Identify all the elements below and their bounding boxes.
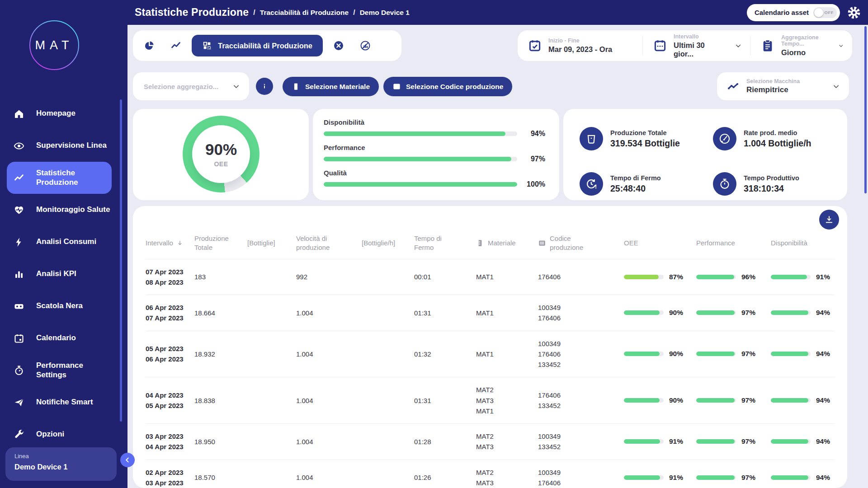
cell-oee-value: 90% [669, 309, 683, 317]
machine-select[interactable]: Selezione Macchina Riempitrice [717, 72, 849, 100]
heart-pulse-icon [14, 205, 24, 216]
cell-production-code: 176406 [538, 272, 624, 282]
bar-chart-icon [14, 269, 24, 280]
table-row[interactable]: 03 Apr 202304 Apr 202318.9501.00401:28MA… [146, 424, 835, 460]
rate-icon [719, 133, 731, 145]
sidebar-item-supervisione-linea[interactable]: Supervisione Linea [0, 130, 127, 162]
cell-availability-value: 91% [816, 273, 830, 281]
cell-oee-value: 91% [669, 474, 683, 482]
date-controls-card: Inizio - Fine Mar 09, 2023 - Ora Interva… [518, 30, 852, 61]
interval-date: 07 Apr 2023 [146, 267, 194, 277]
cell-availability: 94% [771, 309, 835, 317]
column-label: [Bottiglie/h] [362, 239, 395, 248]
kpi-bar-row: 100% [324, 180, 548, 188]
sidebar: MAT HomepageSupervisione LineaStatistich… [0, 0, 127, 488]
sidebar-item-notifiche-smart[interactable]: Notifiche Smart [0, 386, 127, 418]
time-aggregation-control[interactable]: Aggregazione Tempo... Giorno [750, 36, 852, 56]
toggle-knob [814, 8, 823, 17]
aggregation-select[interactable]: Selezione aggregazio... [133, 72, 249, 100]
page-scrollbar[interactable] [864, 26, 867, 193]
column-oee[interactable]: OEE [624, 239, 696, 248]
sidebar-item-label: Analisi KPI [36, 269, 76, 279]
stat-texts: Rate prod. medio1.004 Bottiglie/h [744, 129, 811, 149]
select-production-code-button[interactable]: Selezione Codice produzione [383, 77, 512, 96]
sidebar-item-statistiche-produzione[interactable]: Statistiche Produzione [7, 162, 112, 194]
cell-availability: 94% [771, 437, 835, 446]
column-performance[interactable]: Performance [696, 239, 771, 248]
cell-performance: 97% [696, 474, 771, 482]
production-table-card: Intervallo Produzione Totale [Bottiglie]… [133, 206, 847, 488]
calendar-asset-label: Calendario asset [755, 9, 809, 16]
progress-fill [324, 157, 511, 161]
column-downtime[interactable]: Tempo di Fermo [414, 234, 476, 253]
progress-fill [624, 310, 660, 315]
sidebar-collapse-button[interactable] [120, 453, 135, 467]
sidebar-item-scatola-nera[interactable]: Scatola Nera [0, 290, 127, 322]
sidebar-item-label: Opzioni [36, 430, 64, 439]
gear-icon[interactable] [847, 6, 861, 19]
cell-downtime: 01:28 [414, 438, 476, 446]
download-button[interactable] [819, 210, 839, 230]
calendar-asset-toggle-pill[interactable]: Calendario asset OFF [747, 4, 840, 21]
column-interval[interactable]: Intervallo [146, 239, 194, 248]
cell-performance: 97% [696, 437, 771, 446]
table-row[interactable]: 06 Apr 202307 Apr 202318.6641.00401:31MA… [146, 295, 835, 331]
column-label: Velocità di produzione [296, 234, 335, 253]
send-icon [14, 397, 24, 408]
column-availability[interactable]: Disponibilità [771, 239, 835, 248]
mat-logo: MAT [29, 20, 80, 70]
x-circle-button[interactable] [328, 35, 349, 56]
column-material[interactable]: Materiale [476, 239, 538, 248]
kpi-bar-row: 94% [324, 130, 548, 138]
cell-material-item: MAT2 [476, 467, 538, 478]
progress-track [696, 275, 736, 279]
table-row[interactable]: 05 Apr 202306 Apr 202318.9321.00401:32MA… [146, 331, 835, 378]
table-row[interactable]: 07 Apr 202308 Apr 202318399200:01MAT1176… [146, 259, 835, 296]
column-production-total[interactable]: Produzione Totale [194, 234, 247, 253]
breadcrumb-section[interactable]: Tracciabilità di Produzione [260, 9, 349, 17]
sidebar-item-homepage[interactable]: Homepage [0, 98, 127, 130]
line-chart-button[interactable] [165, 35, 187, 56]
home-icon [14, 108, 24, 119]
sidebar-scrollbar[interactable] [120, 99, 122, 422]
interval-date: 03 Apr 2023 [146, 431, 194, 441]
line-selector-card[interactable]: Linea Demo Device 1 [5, 447, 117, 481]
sidebar-item-monitoraggio-salute[interactable]: Monitoraggio Salute [0, 194, 127, 226]
sidebar-item-calendario[interactable]: Calendario [0, 322, 127, 354]
breadcrumb-device[interactable]: Demo Device 1 [360, 9, 410, 17]
cell-oee: 90% [624, 309, 696, 317]
tab-tracciabilit-di-produzione[interactable]: Tracciabilità di Produzione [192, 35, 323, 56]
stat-label: Produzione Totale [610, 129, 680, 136]
gauge-chart-button[interactable] [354, 35, 376, 56]
toggle-state-label: OFF [825, 10, 834, 15]
chevron-down-icon [832, 83, 840, 90]
interval-control[interactable]: Intervallo Ultimi 30 gior... [642, 36, 750, 56]
select-material-button[interactable]: Selezione Materiale [283, 77, 379, 96]
sidebar-item-analisi-kpi[interactable]: Analisi KPI [0, 258, 127, 290]
sidebar-item-analisi-consumi[interactable]: Analisi Consumi [0, 226, 127, 258]
date-range-control[interactable]: Inizio - Fine Mar 09, 2023 - Ora [518, 36, 642, 56]
column-label: [Bottiglie] [247, 239, 275, 248]
cell-production-code-item: 176406 [538, 313, 624, 323]
stat-label: Tempo di Fermo [610, 174, 661, 182]
table-row[interactable]: 02 Apr 202303 Apr 202318.5701.00401:26MA… [146, 460, 835, 488]
info-button[interactable] [256, 78, 273, 95]
pie-chart-button[interactable] [138, 35, 160, 56]
column-production-code[interactable]: Codice produzione [538, 234, 624, 253]
stat-tempo-di-fermo: Tempo di Fermo25:48:40 [580, 168, 713, 200]
sidebar-item-performance-settings[interactable]: Performance Settings [0, 354, 127, 386]
svg-text:MAT: MAT [35, 38, 74, 52]
cell-production-speed: 1.004 [296, 474, 362, 481]
rate-icon-circle [713, 127, 736, 150]
interval-date: 04 Apr 2023 [146, 441, 194, 452]
calendar-asset-switch[interactable]: OFF [813, 7, 837, 18]
cell-production-code-item: 133452 [538, 441, 624, 452]
cell-material-item: MAT3 [476, 395, 538, 406]
interval-date: 04 Apr 2023 [146, 390, 194, 400]
sidebar-item-opzioni[interactable]: Opzioni [0, 418, 127, 450]
productive-time-icon-circle [713, 172, 736, 196]
progress-track [696, 310, 736, 315]
column-production-speed[interactable]: Velocità di produzione [296, 234, 362, 253]
table-row[interactable]: 04 Apr 202305 Apr 202318.8381.00401:31MA… [146, 377, 835, 424]
cell-availability: 94% [771, 350, 835, 358]
